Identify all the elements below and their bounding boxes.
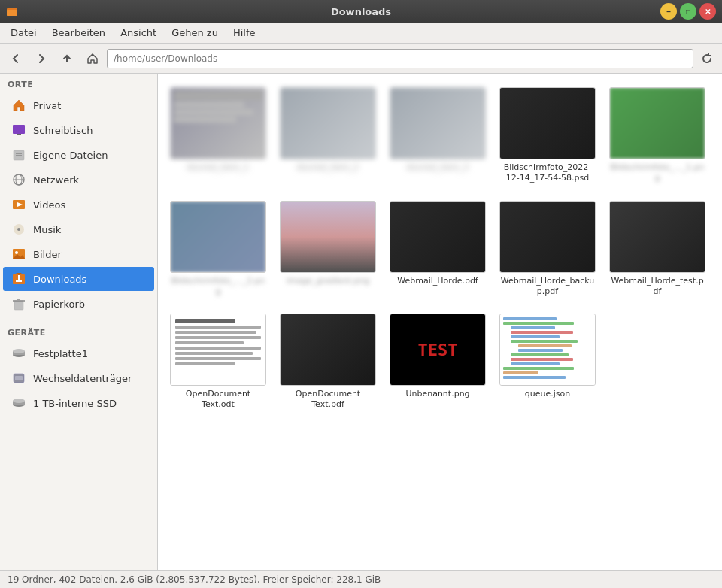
sidebar-label-downloads: Downloads xyxy=(33,274,86,285)
file-item-blur1[interactable]: blurred_item_1 xyxy=(165,81,271,190)
menu-ansicht[interactable]: Ansicht xyxy=(113,24,164,41)
file-name-pdf4: OpenDocument Text.pdf xyxy=(279,389,377,411)
file-item-pdf4[interactable]: OpenDocument Text.pdf xyxy=(275,308,381,417)
places-header: Orte xyxy=(0,74,157,92)
statusbar-text: 19 Ordner, 402 Dateien. 2,6 GiB (2.805.5… xyxy=(8,574,381,585)
file-name-img2: Bildschirmfoto_..._1.png xyxy=(608,162,706,184)
svg-rect-28 xyxy=(15,376,23,380)
file-name-pdf2: Webmail_Horde_backup.pdf xyxy=(499,276,596,298)
refresh-button[interactable] xyxy=(696,48,717,69)
menu-bearbeiten[interactable]: Bearbeiten xyxy=(44,24,113,41)
file-name-img3: Bildschirmfoto_..._2.png xyxy=(169,276,267,298)
file-name-odt1: OpenDocument Text.odt xyxy=(169,389,267,411)
sidebar-item-pictures[interactable]: Bilder xyxy=(3,242,154,266)
file-name-gradient: image_gradient.png xyxy=(287,276,370,286)
sidebar-label-network: Netzwerk xyxy=(33,174,79,186)
network-icon xyxy=(11,171,27,188)
disk3-icon xyxy=(11,395,27,411)
sidebar-label-pictures: Bilder xyxy=(33,249,62,260)
menu-hilfe[interactable]: Hilfe xyxy=(226,24,263,41)
sidebar-item-disk3[interactable]: 1 TB-interne SSD xyxy=(3,391,154,415)
maximize-button[interactable]: □ xyxy=(680,3,696,20)
documents-icon xyxy=(11,147,27,163)
svg-rect-2 xyxy=(13,125,25,134)
address-text: /home/user/Downloads xyxy=(114,53,217,64)
file-item-odt1[interactable]: OpenDocument Text.odt xyxy=(165,308,271,417)
downloads-icon xyxy=(11,271,27,287)
home-icon xyxy=(11,97,27,114)
minimize-button[interactable]: – xyxy=(660,3,677,20)
window-title: Downloads xyxy=(331,6,391,17)
file-area: blurred_item_1 blurred_item_2 blurred_it… xyxy=(158,74,722,570)
file-item-png1[interactable]: TEST Unbenannt.png xyxy=(385,308,490,417)
menubar: Datei Bearbeiten Ansicht Gehen zu Hilfe xyxy=(0,23,722,44)
file-name-psd1: Bildschirmfoto_2022-12-14_17-54-58.psd xyxy=(499,162,596,184)
file-item-img2[interactable]: Bildschirmfoto_..._1.png xyxy=(605,81,710,190)
file-item-pdf3[interactable]: Webmail_Horde_test.pdf xyxy=(605,195,710,304)
svg-rect-1 xyxy=(7,10,17,16)
desktop-icon xyxy=(11,122,27,138)
sidebar-item-disk2[interactable]: Wechseldatenträger xyxy=(3,366,154,390)
window-controls: – □ ✕ xyxy=(660,3,716,20)
sidebar-label-disk2: Wechseldatenträger xyxy=(33,373,132,384)
forward-button[interactable] xyxy=(30,47,53,70)
sidebar-item-trash[interactable]: Papierkorb xyxy=(3,292,154,316)
svg-rect-21 xyxy=(14,301,23,310)
sidebar-label-disk3: 1 TB-interne SSD xyxy=(33,398,117,409)
svg-rect-3 xyxy=(17,134,21,135)
devices-header: Geräte xyxy=(0,322,157,341)
svg-point-31 xyxy=(13,399,25,403)
file-name-png1: Unbenannt.png xyxy=(405,389,469,399)
close-button[interactable]: ✕ xyxy=(699,3,716,20)
address-bar[interactable]: /home/user/Downloads xyxy=(107,49,693,68)
app-icon xyxy=(6,5,18,17)
sidebar-item-home[interactable]: Privat xyxy=(3,93,154,117)
videos-icon xyxy=(11,196,27,213)
sidebar-label-documents: Eigene Dateien xyxy=(33,150,108,161)
file-item-psd1[interactable]: Bildschirmfoto_2022-12-14_17-54-58.psd xyxy=(495,81,600,190)
svg-point-13 xyxy=(17,228,20,231)
main-area: Orte Privat Schreibtisch Eigene Dateien … xyxy=(0,74,722,570)
svg-point-15 xyxy=(15,251,18,254)
sidebar-item-documents[interactable]: Eigene Dateien xyxy=(3,143,154,167)
statusbar: 19 Ordner, 402 Dateien. 2,6 GiB (2.805.5… xyxy=(0,570,722,588)
up-button[interactable] xyxy=(56,47,78,70)
home-button[interactable] xyxy=(81,47,104,70)
disk2-icon xyxy=(11,370,27,386)
sidebar-item-disk1[interactable]: Festplatte1 xyxy=(3,341,154,365)
sidebar-label-disk1: Festplatte1 xyxy=(33,348,88,359)
file-item-gradient[interactable]: image_gradient.png xyxy=(275,195,381,304)
file-name-pdf3: Webmail_Horde_test.pdf xyxy=(608,276,706,298)
disk1-icon xyxy=(11,345,27,362)
toolbar: /home/user/Downloads xyxy=(0,44,722,74)
menu-gehen-zu[interactable]: Gehen zu xyxy=(164,24,226,41)
sidebar: Orte Privat Schreibtisch Eigene Dateien … xyxy=(0,74,158,570)
file-item-json1[interactable]: queue.json xyxy=(495,308,600,417)
trash-icon xyxy=(11,296,27,312)
file-item-blur3[interactable]: blurred_item_3 xyxy=(385,81,490,190)
sidebar-item-network[interactable]: Netzwerk xyxy=(3,168,154,192)
sidebar-label-music: Musik xyxy=(33,224,61,235)
titlebar: Downloads – □ ✕ xyxy=(0,0,722,23)
file-item-blur2[interactable]: blurred_item_2 xyxy=(275,81,381,190)
titlebar-left xyxy=(6,5,18,17)
back-button[interactable] xyxy=(5,47,27,70)
sidebar-item-music[interactable]: Musik xyxy=(3,217,154,241)
sidebar-label-desktop: Schreibtisch xyxy=(33,125,93,136)
svg-point-26 xyxy=(13,349,25,353)
sidebar-label-trash: Papierkorb xyxy=(33,299,85,310)
sidebar-item-videos[interactable]: Videos xyxy=(3,192,154,217)
file-name-json1: queue.json xyxy=(525,389,570,399)
file-item-pdf1[interactable]: Webmail_Horde.pdf xyxy=(385,195,490,304)
sidebar-item-downloads[interactable]: Downloads xyxy=(3,267,154,291)
menu-datei[interactable]: Datei xyxy=(3,24,44,41)
sidebar-item-desktop[interactable]: Schreibtisch xyxy=(3,118,154,142)
music-icon xyxy=(11,221,27,238)
sidebar-label-videos: Videos xyxy=(33,199,65,211)
pictures-icon xyxy=(11,246,27,262)
sidebar-label-home: Privat xyxy=(33,100,61,111)
file-item-pdf2[interactable]: Webmail_Horde_backup.pdf xyxy=(495,195,600,304)
file-item-img3[interactable]: Bildschirmfoto_..._2.png xyxy=(165,195,271,304)
file-name-pdf1: Webmail_Horde.pdf xyxy=(397,276,478,286)
